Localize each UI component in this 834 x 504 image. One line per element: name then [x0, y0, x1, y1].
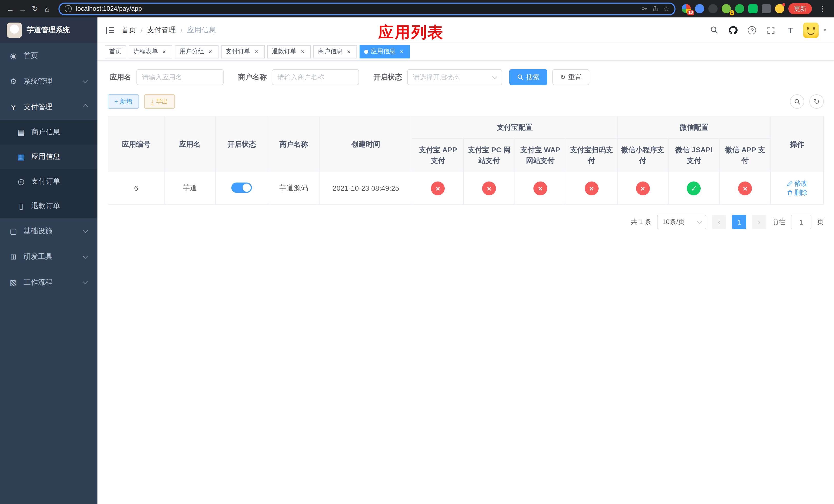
- browser-back-button[interactable]: ←: [4, 3, 16, 15]
- sidebar-item-app-info[interactable]: ▦ 应用信息: [0, 144, 97, 169]
- tab-close-icon[interactable]: ×: [398, 48, 405, 55]
- monitor-icon: ▢: [9, 227, 18, 236]
- github-icon[interactable]: [728, 24, 739, 36]
- cell-wx-app: ×: [720, 172, 771, 204]
- extension-wechat-icon[interactable]: [748, 4, 758, 13]
- reset-button[interactable]: ↻ 重置: [552, 69, 589, 85]
- active-tab-dot: [364, 49, 368, 53]
- dashboard-icon: ◉: [9, 51, 18, 61]
- plus-icon: +: [114, 98, 118, 105]
- cell-status: [215, 172, 268, 204]
- sidebar-item-label: 商户信息: [31, 128, 89, 137]
- sidebar-item-system[interactable]: ⚙ 系统管理: [0, 69, 97, 94]
- sidebar-item-merchant-info[interactable]: ▤ 商户信息: [0, 120, 97, 144]
- browser-forward-button[interactable]: →: [16, 3, 29, 15]
- user-avatar[interactable]: [804, 22, 819, 38]
- prev-page-button[interactable]: ‹: [712, 215, 726, 229]
- tab-refund-order[interactable]: 退款订单 ×: [267, 45, 311, 58]
- table-toolbar: + 新增 ↓ 导出 ↻: [108, 94, 824, 109]
- password-key-icon[interactable]: [641, 5, 648, 12]
- col-wx-app: 微信 APP 支付: [720, 139, 771, 172]
- search-icon: [517, 74, 524, 81]
- browser-home-button[interactable]: ⌂: [41, 3, 53, 15]
- tab-close-icon[interactable]: ×: [299, 48, 306, 55]
- page-number-button[interactable]: 1: [732, 215, 746, 229]
- export-button[interactable]: ↓ 导出: [144, 94, 175, 109]
- sidebar-item-label: 研发工具: [24, 252, 78, 261]
- avatar-caret-icon[interactable]: ▾: [824, 27, 826, 33]
- page-size-select[interactable]: 10条/页: [657, 215, 706, 229]
- delete-button[interactable]: 删除: [787, 188, 808, 198]
- tab-process-form[interactable]: 流程表单 ×: [129, 45, 172, 58]
- download-icon: ↓: [151, 98, 154, 105]
- merchant-name-input[interactable]: [272, 69, 359, 85]
- table-row: 6 芋道 芋道源码 2021-10-23 08:49:25 × ×: [108, 172, 824, 204]
- tab-pay-order[interactable]: 支付订单 ×: [221, 45, 265, 58]
- app-title: 芋道管理系统: [27, 26, 70, 35]
- top-navbar: 首页 / 支付管理 / 应用信息 ?: [97, 18, 834, 43]
- font-size-icon[interactable]: T: [785, 24, 796, 36]
- extension-pin-icon[interactable]: [762, 4, 771, 13]
- fullscreen-icon[interactable]: [766, 24, 777, 36]
- channel-status-icon: ×: [482, 181, 496, 195]
- app-name-input[interactable]: [136, 69, 224, 85]
- status-toggle[interactable]: [232, 182, 252, 192]
- refresh-table-button[interactable]: ↻: [809, 94, 824, 109]
- edit-button[interactable]: 修改: [787, 179, 808, 188]
- url-bar[interactable]: i localhost:1024/pay/app ☆: [59, 2, 676, 15]
- tab-close-icon[interactable]: ×: [253, 48, 260, 55]
- sidebar-item-pay-order[interactable]: ◎ 支付订单: [0, 169, 97, 194]
- chrome-menu-icon[interactable]: ⋮: [816, 4, 829, 13]
- browser-reload-button[interactable]: ↻: [29, 3, 41, 15]
- sidebar-item-pay[interactable]: ¥ 支付管理: [0, 94, 97, 120]
- avatar-eye: [813, 27, 815, 29]
- tab-label: 退款订单: [272, 47, 297, 56]
- sidebar-item-refund-order[interactable]: ▯ 退款订单: [0, 194, 97, 219]
- sidebar-item-home[interactable]: ◉ 首页: [0, 43, 97, 69]
- breadcrumb-home[interactable]: 首页: [122, 25, 136, 35]
- bookmark-star-icon[interactable]: ☆: [663, 5, 670, 13]
- tab-close-icon[interactable]: ×: [207, 48, 214, 55]
- share-icon[interactable]: [652, 5, 659, 12]
- col-action: 操作: [771, 116, 824, 172]
- chevron-up-icon: [83, 104, 88, 109]
- chrome-update-button[interactable]: 更新: [788, 3, 812, 14]
- col-group-alipay: 支付宝配置: [412, 116, 617, 139]
- tab-home[interactable]: 首页: [105, 45, 126, 58]
- sidebar-item-workflow[interactable]: ▧ 工作流程: [0, 270, 97, 295]
- extension-avatar-icon[interactable]: 1: [722, 4, 731, 13]
- search-icon[interactable]: [708, 24, 720, 36]
- next-page-button[interactable]: ›: [752, 215, 766, 229]
- extension-dark-icon[interactable]: [708, 4, 718, 13]
- toggle-search-button[interactable]: [790, 94, 804, 109]
- col-app-name: 应用名: [164, 116, 215, 172]
- channel-status-icon: ×: [738, 181, 752, 195]
- tab-user-group[interactable]: 用户分组 ×: [175, 45, 219, 58]
- sidebar-fold-icon[interactable]: [105, 26, 114, 34]
- grid-icon: ▦: [16, 152, 26, 161]
- help-icon[interactable]: ?: [747, 24, 758, 36]
- status-select[interactable]: 请选择开启状态: [407, 69, 502, 85]
- sidebar-item-infra[interactable]: ▢ 基础设施: [0, 219, 97, 244]
- page-content: 应用名 商户名称 开启状态 请选择开启状态 搜索: [97, 61, 834, 504]
- tab-close-icon[interactable]: ×: [160, 48, 168, 55]
- goto-page-input[interactable]: [791, 215, 811, 229]
- tab-close-icon[interactable]: ×: [345, 48, 352, 55]
- tab-app-info[interactable]: 应用信息 ×: [359, 45, 410, 58]
- extension-blue-icon[interactable]: [695, 4, 704, 13]
- tab-merchant-info[interactable]: 商户信息 ×: [313, 45, 357, 58]
- add-button[interactable]: + 新增: [108, 94, 139, 109]
- extension-colorful-icon[interactable]: 10: [682, 4, 691, 13]
- extension-emoji-icon[interactable]: [775, 4, 784, 13]
- breadcrumb-section[interactable]: 支付管理: [147, 25, 176, 35]
- tab-label: 商户信息: [318, 47, 343, 56]
- edit-button-label: 修改: [794, 179, 808, 188]
- card-icon: ▤: [16, 128, 26, 137]
- goto-suffix: 页: [817, 217, 824, 227]
- channel-status-icon: ×: [533, 181, 547, 195]
- avatar-eye: [807, 27, 809, 29]
- search-button[interactable]: 搜索: [509, 69, 547, 85]
- sidebar-item-devtool[interactable]: ⊞ 研发工具: [0, 244, 97, 270]
- site-info-icon[interactable]: i: [65, 5, 72, 12]
- extension-green-circle-icon[interactable]: [735, 4, 744, 13]
